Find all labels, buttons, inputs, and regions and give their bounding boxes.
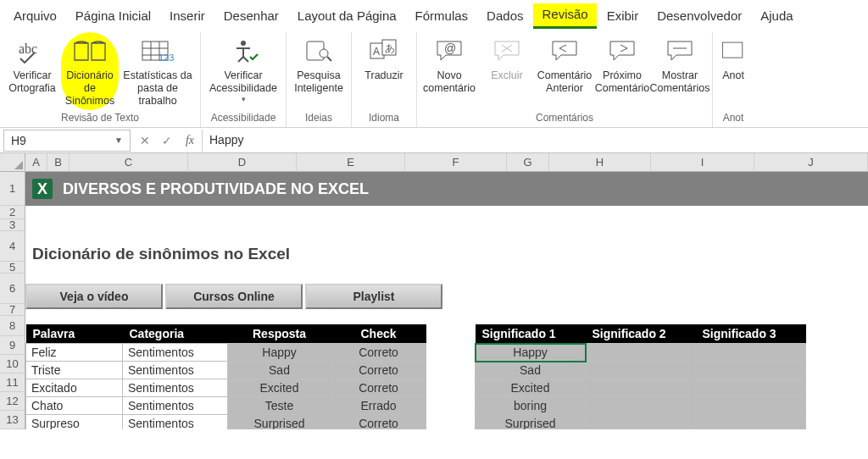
previous-comment-button[interactable]: Comentário Anterior: [536, 32, 593, 110]
cell[interactable]: [586, 344, 696, 362]
smart-lookup-button[interactable]: Pesquisa Inteligente: [290, 32, 348, 110]
col-header-d[interactable]: D: [188, 153, 297, 172]
col-header-h[interactable]: H: [549, 153, 651, 172]
row-header[interactable]: 12: [0, 392, 25, 411]
col-header-i[interactable]: I: [651, 153, 754, 172]
tab-ajuda[interactable]: Ajuda: [752, 5, 801, 28]
col-header-f[interactable]: F: [405, 153, 507, 172]
tab-desenhar[interactable]: Desenhar: [215, 5, 287, 28]
row-header[interactable]: 5: [0, 262, 25, 274]
cell[interactable]: Sentimentos: [123, 362, 228, 379]
cell[interactable]: Correto: [331, 379, 426, 397]
cell[interactable]: Teste: [228, 397, 331, 415]
tab-arquivo[interactable]: Arquivo: [5, 5, 65, 28]
row-header[interactable]: 4: [0, 231, 25, 262]
tab-revisao[interactable]: Revisão: [533, 3, 596, 29]
tab-formulas[interactable]: Fórmulas: [407, 5, 477, 28]
accept-formula-button[interactable]: ✓: [156, 134, 178, 147]
cell[interactable]: Excited: [476, 379, 586, 397]
cell[interactable]: Surprised: [476, 415, 586, 430]
cancel-formula-button[interactable]: ✕: [134, 134, 156, 147]
courses-button[interactable]: Cursos Online: [165, 284, 303, 309]
table-row[interactable]: TristeSentimentosSadCorreto: [26, 362, 426, 379]
translate-button[interactable]: Aあ Traduzir: [355, 32, 413, 110]
workbook-stats-button[interactable]: 123 Estatísticas da pasta de trabalho: [119, 32, 197, 110]
cell[interactable]: Sad: [228, 362, 331, 379]
cell[interactable]: Sentimentos: [123, 397, 228, 415]
cell[interactable]: [586, 362, 696, 379]
cell[interactable]: Excited: [228, 379, 331, 397]
name-box[interactable]: H9 ▼: [3, 130, 131, 152]
table-row[interactable]: FelizSentimentosHappyCorreto: [26, 344, 426, 362]
tab-desenvolvedor[interactable]: Desenvolvedor: [648, 5, 750, 28]
cell[interactable]: [696, 415, 806, 430]
tab-inserir[interactable]: Inserir: [161, 5, 214, 28]
row-header[interactable]: 10: [0, 355, 25, 373]
col-header-e[interactable]: E: [297, 153, 405, 172]
cell[interactable]: Correto: [331, 415, 426, 430]
check-accessibility-button[interactable]: Verificar Acessibilidade ▾: [204, 32, 282, 110]
table-row[interactable]: Sad: [476, 362, 806, 379]
formula-input[interactable]: Happy: [202, 130, 868, 152]
tab-layout[interactable]: Layout da Página: [289, 5, 405, 28]
table-row[interactable]: boring: [476, 397, 806, 415]
cell[interactable]: [696, 344, 806, 362]
cell[interactable]: [586, 379, 696, 397]
playlist-button[interactable]: Playlist: [305, 284, 442, 309]
row-header[interactable]: 1: [0, 172, 25, 206]
insert-function-button[interactable]: fx: [178, 134, 202, 147]
cell[interactable]: Errado: [331, 397, 426, 415]
cell[interactable]: Correto: [331, 344, 426, 362]
cell[interactable]: Sentimentos: [123, 344, 228, 362]
col-header-b[interactable]: B: [47, 153, 70, 172]
col-header-c[interactable]: C: [70, 153, 188, 172]
table-row[interactable]: Happy: [476, 344, 806, 362]
col-header-g[interactable]: G: [507, 153, 549, 172]
cell[interactable]: Sad: [476, 362, 586, 379]
cell[interactable]: Chato: [26, 397, 123, 415]
cell-area[interactable]: X DIVERSOS E PRODUTIVIDADE NO EXCEL Dici…: [25, 172, 868, 429]
cell[interactable]: [696, 379, 806, 397]
tab-dados[interactable]: Dados: [478, 5, 531, 28]
chevron-down-icon[interactable]: ▼: [114, 135, 123, 145]
tab-pagina-inicial[interactable]: Página Inicial: [67, 5, 159, 28]
cell[interactable]: [586, 397, 696, 415]
table-row[interactable]: ChatoSentimentosTesteErrado: [26, 397, 426, 415]
cell[interactable]: Correto: [331, 362, 426, 379]
select-all-corner[interactable]: [0, 153, 25, 172]
cell[interactable]: Feliz: [26, 344, 123, 362]
cell[interactable]: Happy: [228, 344, 331, 362]
row-header[interactable]: 6: [0, 274, 25, 304]
row-header[interactable]: 11: [0, 373, 25, 392]
table-row[interactable]: Surprised: [476, 415, 806, 430]
cell[interactable]: [586, 415, 696, 430]
row-header[interactable]: 7: [0, 304, 25, 316]
table-row[interactable]: SurpresoSentimentosSurprisedCorreto: [26, 415, 426, 430]
notes-button[interactable]: Anot: [716, 32, 750, 110]
tab-exibir[interactable]: Exibir: [598, 5, 648, 28]
cell[interactable]: Sentimentos: [123, 379, 228, 397]
video-button[interactable]: Veja o vídeo: [25, 284, 163, 309]
delete-comment-button[interactable]: Excluir: [478, 32, 536, 110]
cell[interactable]: boring: [476, 397, 586, 415]
new-comment-button[interactable]: @ Novo comentário: [420, 32, 478, 110]
row-header[interactable]: 13: [0, 411, 25, 429]
row-header[interactable]: 3: [0, 219, 25, 231]
cell[interactable]: [696, 397, 806, 415]
row-header[interactable]: 8: [0, 316, 25, 336]
row-header[interactable]: 2: [0, 206, 25, 219]
cell[interactable]: Surprised: [228, 415, 331, 430]
row-header[interactable]: 9: [0, 336, 25, 355]
table-row[interactable]: Excited: [476, 379, 806, 397]
spell-check-button[interactable]: abc Verificar Ortografia: [3, 32, 61, 110]
cell[interactable]: Sentimentos: [123, 415, 228, 430]
cell[interactable]: Surpreso: [26, 415, 123, 430]
cell[interactable]: Triste: [26, 362, 123, 379]
cell[interactable]: [696, 362, 806, 379]
table-row[interactable]: ExcitadoSentimentosExcitedCorreto: [26, 379, 426, 397]
col-header-a[interactable]: A: [25, 153, 47, 172]
cell[interactable]: Excitado: [26, 379, 123, 397]
next-comment-button[interactable]: Próximo Comentário: [593, 32, 651, 110]
show-comments-button[interactable]: Mostrar Comentários: [651, 32, 709, 110]
col-header-j[interactable]: J: [754, 153, 868, 172]
